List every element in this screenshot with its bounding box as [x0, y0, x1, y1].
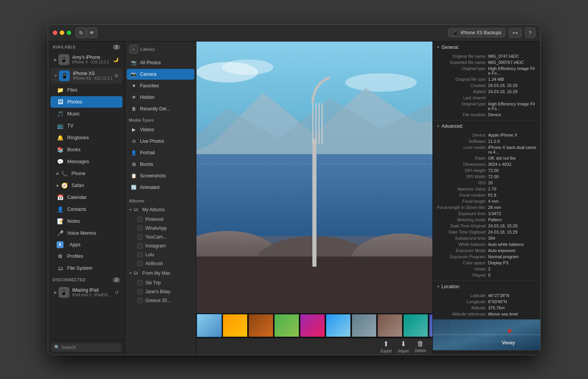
messages-icon: 💬 — [57, 158, 64, 165]
location-header[interactable]: ▼ Location: — [433, 281, 540, 292]
sidebar-imazing-ipad[interactable]: ▶ 📱 iMazing iPad iPad mini 2 · iPadOS...… — [50, 285, 122, 300]
close-button[interactable] — [53, 30, 57, 35]
library-portrait[interactable]: 👤 Portrait — [127, 147, 194, 158]
sidebar-item-profiles[interactable]: ⚙ Profiles — [50, 250, 122, 262]
thumbnail-item[interactable] — [352, 314, 377, 337]
sidebar-iphone-xs[interactable]: ▼ 📱 iPhone XS iPhone XS · iOS 13.3.1 ⚙ — [50, 68, 122, 83]
sidebar-item-photos[interactable]: 🖼 Photos — [50, 96, 122, 108]
ski-trip-checkbox[interactable] — [137, 280, 143, 286]
whatsapp-checkbox[interactable] — [137, 225, 143, 231]
from-my-mac-group[interactable]: ▼ 🗂 From My Mac — [125, 268, 196, 278]
fullscreen-button[interactable] — [67, 30, 71, 35]
thumbnail-item[interactable] — [403, 314, 428, 337]
pp-button[interactable]: ++ — [509, 28, 521, 38]
contacts-icon: 👤 — [57, 205, 64, 213]
thumb-img — [223, 314, 247, 337]
janes-bday-checkbox[interactable] — [137, 289, 143, 294]
sidebar-item-voice-memos[interactable]: 🎤 Voice Memos — [50, 227, 122, 239]
info-longitude: Longitude: 6°50'46"N — [433, 299, 540, 305]
titlebar-right: 📱 iPhone XS Backups ++ ? — [448, 27, 535, 38]
library-videos[interactable]: ▶ Videos — [127, 124, 194, 135]
library-all-photos[interactable]: 📷 All Photos — [127, 57, 194, 68]
delete-button[interactable]: 🗑 Delete — [415, 340, 426, 353]
sidebar-item-tv[interactable]: 📺 TV — [50, 120, 122, 132]
library-panel: ‹ Library 📷 All Photos 📷 Camera ♥ Favori… — [125, 42, 196, 355]
eye-button[interactable]: 👁 — [87, 27, 97, 38]
amys-iphone-icon: 📱 — [59, 54, 69, 65]
album-instagram[interactable]: Instagram — [127, 242, 194, 250]
sidebar-item-music[interactable]: 🎵 Music — [50, 108, 122, 120]
sidebar-amys-iphone[interactable]: ▶ 📱 Amy's iPhone iPhone X · iOS 13.3.1 🌙 — [50, 52, 122, 67]
info-dpi-width: DPI Width: 72.00 — [433, 174, 540, 180]
search-box[interactable]: 🔍 — [51, 343, 122, 352]
library-hidden[interactable]: 👁 Hidden — [127, 92, 194, 103]
help-button[interactable]: ? — [525, 27, 536, 38]
sidebar-item-calendar[interactable]: 📅 Calendar — [50, 192, 122, 203]
search-input[interactable] — [62, 345, 119, 350]
my-albums-group[interactable]: ▼ 🗂 My Albums — [125, 205, 196, 215]
sidebar-item-contacts[interactable]: 👤 Contacts — [50, 204, 122, 215]
library-camera[interactable]: 📷 Camera — [127, 69, 194, 80]
advanced-section: ▼ Advanced: Device: Apple iPhone X Softw… — [433, 120, 540, 281]
thumbnail-item[interactable] — [248, 314, 273, 337]
sidebar-item-safari[interactable]: ▶ 🧭 Safari — [50, 180, 122, 191]
import-button[interactable]: ⬇ Import — [398, 340, 409, 353]
airbrush-checkbox[interactable] — [137, 261, 143, 266]
library-recently-deleted[interactable]: 🗑 Recently Del... — [127, 104, 194, 114]
album-ski-trip[interactable]: Ski Trip — [127, 279, 194, 287]
general-header[interactable]: ▼ General: — [433, 42, 540, 53]
thumbnail-item[interactable] — [223, 314, 248, 337]
sidebar-item-files[interactable]: 📁 Files — [50, 84, 122, 96]
device-backup-label[interactable]: 📱 iPhone XS Backups — [448, 28, 506, 37]
sidebar-item-ringtones[interactable]: 🔔 Ringtones — [50, 132, 122, 144]
export-button[interactable]: ⬆ Export — [380, 340, 392, 353]
thumbnail-item[interactable] — [429, 314, 432, 337]
bottom-toolbar: ⬆ Export ⬇ Import 🗑 Delete — [196, 338, 432, 355]
library-live-photos[interactable]: ⊙ Live Photos — [127, 136, 194, 147]
greece-checkbox[interactable] — [137, 298, 143, 303]
instagram-checkbox[interactable] — [137, 243, 143, 249]
album-greece[interactable]: Greece 20... — [127, 296, 194, 305]
refresh-button[interactable]: ↻ — [76, 27, 87, 38]
sidebar-item-file-system[interactable]: 🗂 File System — [50, 262, 122, 274]
lulu-checkbox[interactable] — [137, 252, 143, 257]
sidebar-item-notes[interactable]: 📝 Notes — [50, 215, 122, 227]
favorites-icon: ♥ — [131, 82, 137, 89]
thumbnail-item[interactable] — [274, 314, 299, 337]
info-software: Software: 11.2.6 — [433, 138, 540, 144]
thumbnail-item[interactable] — [326, 314, 351, 337]
library-screenshots[interactable]: 📋 Screenshots — [127, 170, 194, 181]
library-header: ‹ Library — [125, 42, 196, 57]
sidebar-item-phone[interactable]: ▶ 📞 Phone — [50, 168, 122, 179]
album-airbrush[interactable]: AirBrush — [127, 259, 194, 268]
sidebar-item-apps[interactable]: A Apps — [50, 239, 122, 250]
thumbnail-item[interactable] — [300, 314, 325, 337]
pinterest-checkbox[interactable] — [137, 217, 143, 222]
map-display[interactable]: Vevey — [433, 319, 540, 350]
library-favorites[interactable]: ♥ Favorites — [127, 80, 194, 91]
minimize-button[interactable] — [60, 30, 64, 35]
search-icon: 🔍 — [54, 345, 60, 350]
photo-viewer[interactable] — [196, 42, 432, 313]
thumbnail-item[interactable] — [197, 314, 222, 337]
thumbnail-item[interactable] — [377, 314, 402, 337]
album-pinterest[interactable]: Pinterest — [127, 215, 194, 224]
album-janes-bday[interactable]: Jane's Bday — [127, 287, 194, 296]
info-white-balance: White balance: Auto white balance — [433, 241, 540, 247]
profiles-icon: ⚙ — [57, 252, 64, 260]
album-whatsapp[interactable]: WhatsApp — [127, 224, 194, 232]
info-panel: ▼ General: Original file name: IMG_0747.… — [432, 42, 540, 355]
thumb-img — [429, 314, 432, 337]
advanced-header[interactable]: ▼ Advanced: — [433, 120, 540, 132]
arrow-down-icon: ▼ — [437, 45, 440, 49]
thumbnail-strip — [196, 313, 432, 338]
sidebar-item-messages[interactable]: 💬 Messages — [50, 156, 122, 167]
youcam-checkbox[interactable] — [137, 234, 143, 240]
library-bursts[interactable]: ⊞ Bursts — [127, 159, 194, 170]
back-button[interactable]: ‹ — [129, 45, 138, 54]
library-animated[interactable]: 🔄 Animated — [127, 182, 194, 193]
album-youcam[interactable]: YouCam... — [127, 233, 194, 241]
info-dpi-height: DPI Height: 72.00 — [433, 167, 540, 174]
sidebar-item-books[interactable]: 📚 Books — [50, 144, 122, 155]
album-lulu[interactable]: Lulu — [127, 250, 194, 259]
